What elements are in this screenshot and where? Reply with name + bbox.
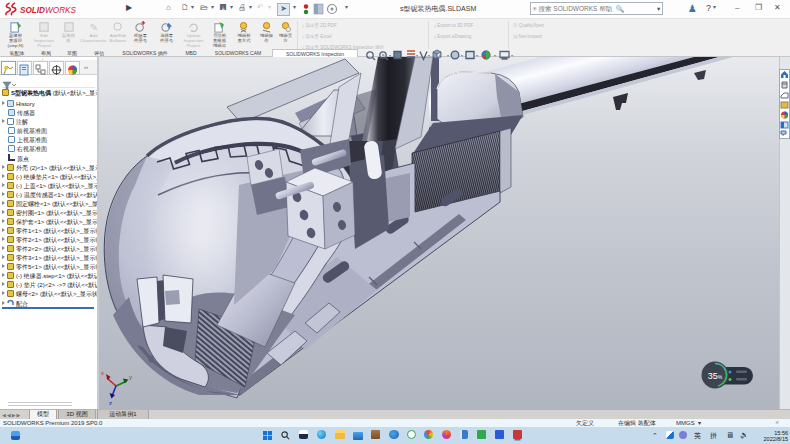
svg-text:y: y bbox=[129, 374, 132, 380]
svg-text:✎: ✎ bbox=[89, 22, 98, 33]
svg-text:SOLIDWORKS: SOLIDWORKS bbox=[20, 6, 77, 15]
svg-text:▾: ▾ bbox=[494, 53, 496, 58]
svg-text:▾: ▾ bbox=[389, 53, 391, 58]
svg-text:▾: ▾ bbox=[476, 53, 478, 58]
svg-text:▾: ▾ bbox=[428, 53, 430, 58]
svg-text:▾: ▾ bbox=[511, 53, 513, 58]
svg-text:▾: ▾ bbox=[447, 53, 449, 58]
svg-text:x: x bbox=[101, 370, 104, 376]
svg-text:▾: ▾ bbox=[416, 53, 418, 58]
svg-text:▾: ▾ bbox=[461, 53, 463, 58]
svg-text:z: z bbox=[109, 400, 112, 406]
